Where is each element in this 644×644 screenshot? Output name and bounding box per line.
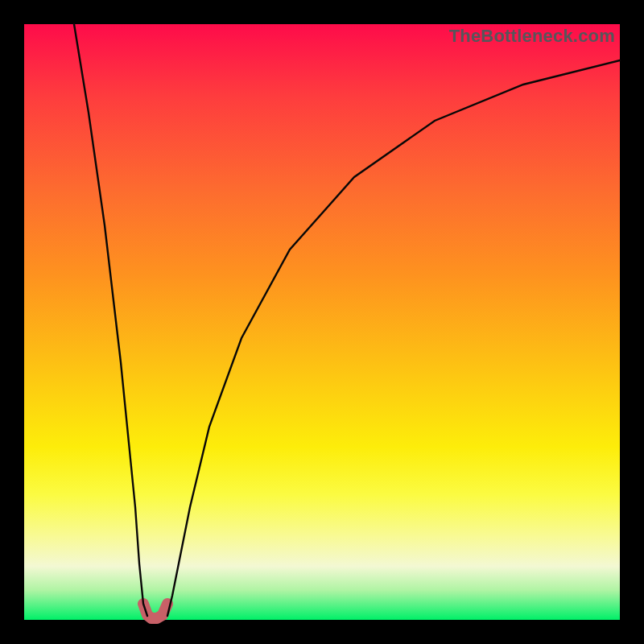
left-branch-path — [74, 24, 147, 616]
right-branch-path — [167, 60, 620, 616]
plot-area: TheBottleneck.com — [24, 24, 620, 620]
curve-svg — [24, 24, 620, 620]
chart-frame: TheBottleneck.com — [0, 0, 644, 644]
